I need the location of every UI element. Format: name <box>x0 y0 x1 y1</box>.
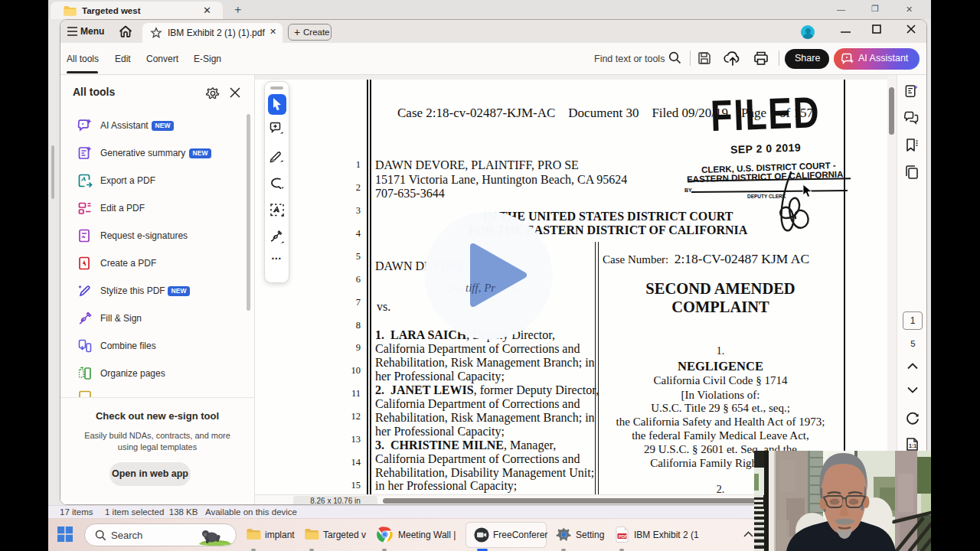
svg-text:1:1: 1:1 <box>909 443 916 448</box>
svg-text:PDF: PDF <box>619 534 628 539</box>
svg-text:tiff, Pr: tiff, Pr <box>466 282 495 294</box>
